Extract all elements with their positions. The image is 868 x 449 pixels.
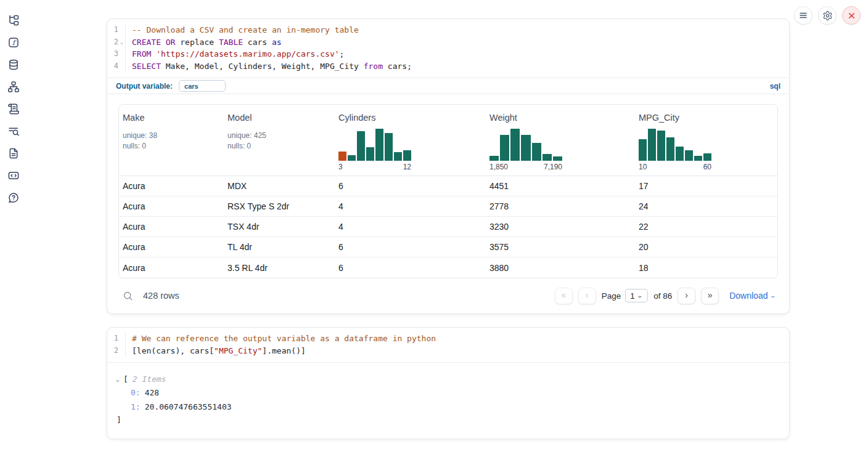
table-row[interactable]: AcuraRSX Type S 2dr4277824 [119,196,777,217]
menu-button[interactable] [794,6,813,25]
table-header: Makeunique: 38nulls: 0Modelunique: 425nu… [119,105,777,176]
histogram-bar [542,154,552,161]
log-search-icon[interactable] [7,125,20,137]
code-line: 2⌄CREATE OR replace TABLE cars as [107,36,789,49]
column-header-make[interactable]: Makeunique: 38nulls: 0 [119,113,224,171]
file-tree-icon[interactable] [7,14,20,26]
histogram-bar [500,135,509,161]
code-token: FROM [132,49,151,59]
table-cell: TSX 4dr [224,222,335,232]
code-token: TABLE [219,38,243,47]
page-total-label: of 86 [653,291,672,301]
table-cell: 6 [335,181,486,191]
last-page-button[interactable]: » [701,288,719,304]
histogram-bar [657,131,665,161]
table-cell: RSX Type S 2dr [224,201,335,211]
column-header-mpg_city[interactable]: MPG_City1060 [635,113,777,171]
database-icon[interactable] [7,59,20,71]
shutdown-button[interactable] [842,6,861,25]
table-cell: 24 [635,201,777,211]
snippets-icon[interactable] [7,169,20,182]
search-icon[interactable] [123,291,133,301]
column-stats: unique: 425nulls: 0 [227,131,330,151]
histogram-bar [666,137,674,161]
axis-max-label: 60 [703,163,711,171]
table-cell: 3230 [486,222,635,232]
code-token: ].mean()] [262,346,305,355]
item-index: 0: [131,388,141,397]
fold-chevron-icon[interactable]: ⌄ [118,36,125,49]
items-count-label: 2 Items [133,373,166,386]
column-stats: unique: 38nulls: 0 [123,131,219,151]
settings-button[interactable] [818,6,837,25]
column-header-model[interactable]: Modelunique: 425nulls: 0 [224,113,335,171]
column-name: MPG_City [639,113,772,123]
table-row[interactable]: AcuraMDX6445117 [119,176,777,196]
table-row[interactable]: AcuraTL 4dr6357520 [119,237,777,257]
function-icon[interactable]: f [7,36,20,49]
code-token: Make, Model, Cylinders, Weight, MPG_City [161,62,364,71]
line-number-gutter: 1 [107,333,126,345]
code-line: 4SELECT Make, Model, Cylinders, Weight, … [107,60,789,73]
histogram-bar [375,129,383,161]
sql-code-editor[interactable]: 1-- Download a CSV and create an in-memo… [107,19,789,78]
table-row[interactable]: AcuraTSX 4dr4323022 [119,217,777,237]
chevron-left-icon: ‹ [586,290,589,300]
scroll-icon[interactable] [7,103,20,115]
code-token: # We can reference the output variable a… [132,334,436,343]
line-number-gutter: 2⌄ [107,36,126,49]
close-icon [848,12,856,20]
table-row[interactable]: Acura3.5 RL 4dr6388018 [119,257,777,278]
histogram-bar [366,147,374,161]
column-histogram: 312 [338,129,411,171]
page-select-value: 1 [630,291,634,301]
table-cell: MDX [224,181,335,191]
code-token: [len(cars), cars[ [132,346,214,355]
line-number: 1 [114,333,118,345]
output-list-entries: 0:4281:20.060747663551403 [117,386,779,414]
axis-min-label: 1,850 [489,163,508,171]
table-cell: Acura [119,201,224,211]
python-code-editor[interactable]: 1# We can reference the output variable … [107,328,789,362]
code-text: CREATE OR replace TABLE cars as [126,36,282,49]
histogram-bar [510,129,520,161]
axis-min-label: 10 [639,163,647,171]
column-header-weight[interactable]: Weight1,8507,190 [486,113,635,171]
table-cell: 2778 [486,201,635,211]
code-line: 1-- Download a CSV and create an in-memo… [107,24,789,36]
page-select[interactable]: 1 ⌄ [625,289,648,302]
table-cell: Acura [119,242,224,252]
close-bracket: ] [117,414,779,426]
code-token [151,49,156,59]
settings-gear-icon [822,10,833,21]
prev-page-button[interactable]: ‹ [578,288,596,304]
language-badge[interactable]: sql [770,82,780,91]
output-variable-input[interactable] [179,80,226,92]
next-page-button[interactable]: › [678,288,695,304]
page-label: Page [602,291,621,301]
histogram-bar [348,155,356,161]
document-icon[interactable] [7,147,20,160]
download-button[interactable]: Download ⌄ [729,291,776,301]
histogram-axis-labels: 1,8507,190 [489,163,562,171]
histogram-bars [338,129,411,161]
axis-min-label: 3 [338,163,343,171]
collapse-icon[interactable]: ⌄ [115,373,124,386]
table-cell: 22 [635,222,777,232]
dependency-graph-icon[interactable] [7,81,20,93]
axis-max-label: 12 [403,163,411,171]
histogram-bar [357,131,365,161]
line-number: 4 [114,60,118,73]
first-page-button[interactable]: « [555,288,573,304]
histogram-bars [489,129,562,161]
line-number: 2 [114,345,118,357]
help-icon[interactable] [7,192,20,204]
code-text: FROM 'https://datasets.marimo.app/cars.c… [126,48,344,60]
code-text: SELECT Make, Model, Cylinders, Weight, M… [126,60,412,73]
list-item: 0:428 [117,386,779,400]
item-value: 20.060747663551403 [145,402,232,411]
column-histogram: 1060 [639,129,711,171]
column-header-cylinders[interactable]: Cylinders312 [335,113,486,171]
histogram-bar [685,150,693,161]
histogram-axis-labels: 312 [338,163,411,171]
